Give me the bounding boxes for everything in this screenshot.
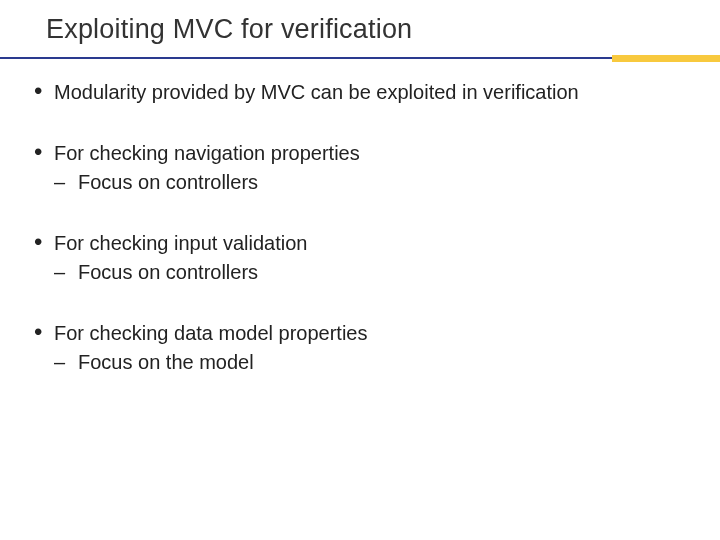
slide: Exploiting MVC for verification Modulari…: [0, 0, 720, 540]
content-area: Modularity provided by MVC can be exploi…: [0, 55, 720, 374]
title-wrap: Exploiting MVC for verification: [0, 0, 720, 45]
sub-item: Focus on the model: [54, 351, 686, 374]
sub-text: Focus on the model: [78, 351, 254, 373]
bullet-item: For checking navigation properties Focus…: [34, 142, 686, 194]
bullet-text: For checking navigation properties: [54, 142, 360, 164]
sub-text: Focus on controllers: [78, 171, 258, 193]
bullet-text: Modularity provided by MVC can be exploi…: [54, 81, 579, 103]
bullet-text: For checking input validation: [54, 232, 307, 254]
sub-list: Focus on controllers: [54, 261, 686, 284]
bullet-text: For checking data model properties: [54, 322, 368, 344]
bullet-item: For checking input validation Focus on c…: [34, 232, 686, 284]
slide-title: Exploiting MVC for verification: [46, 14, 720, 45]
sub-item: Focus on controllers: [54, 261, 686, 284]
bullet-item: For checking data model properties Focus…: [34, 322, 686, 374]
rule-yellow-accent: [612, 55, 720, 62]
sub-item: Focus on controllers: [54, 171, 686, 194]
sub-text: Focus on controllers: [78, 261, 258, 283]
sub-list: Focus on the model: [54, 351, 686, 374]
bullet-list: Modularity provided by MVC can be exploi…: [34, 81, 686, 374]
sub-list: Focus on controllers: [54, 171, 686, 194]
bullet-item: Modularity provided by MVC can be exploi…: [34, 81, 686, 104]
